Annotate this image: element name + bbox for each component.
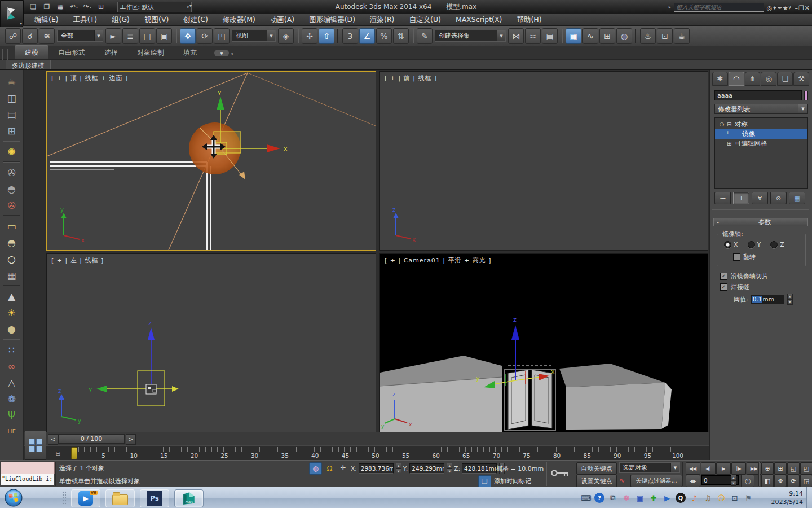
next-frame-step-button[interactable]: >: [126, 434, 136, 445]
material-editor-icon[interactable]: ◫: [2, 90, 21, 106]
transform-y-field[interactable]: 249.293mm: [409, 463, 444, 474]
viewport-camera-label[interactable]: [ + | Camera01 | 平滑 + 高光 ]: [385, 256, 492, 265]
toolbar-options-caret[interactable]: ▾: [189, 3, 192, 8]
tab-display[interactable]: ❏: [777, 72, 793, 86]
render-teapot-icon[interactable]: ☕: [2, 73, 21, 90]
viewport-front[interactable]: [ + | 前 | 线框 ] z x: [379, 71, 708, 251]
mirror-axis-z-radio[interactable]: Z: [770, 241, 784, 248]
time-tag-cube-icon[interactable]: ❒: [478, 475, 491, 488]
infocenter-caret-icon[interactable]: ▸: [669, 5, 671, 10]
menu-animation[interactable]: 动画(A): [263, 14, 302, 25]
search-icon[interactable]: ◎: [767, 5, 773, 12]
maxscript-mini-listener-pink[interactable]: [1, 462, 55, 474]
sphere-tan-icon[interactable]: ●: [2, 321, 21, 337]
move-gizmo[interactable]: z y: [89, 319, 179, 406]
tab-populate[interactable]: 填充: [174, 46, 206, 59]
remove-modifier-button[interactable]: ⊘: [770, 192, 787, 204]
menu-tools[interactable]: 工具(T): [66, 14, 104, 25]
menu-graph-editors[interactable]: 图形编辑器(D): [302, 14, 363, 25]
workspace-dropdown[interactable]: 工作区: 默认 ▾: [117, 2, 192, 12]
taskbar-3dsmax-button[interactable]: max: [174, 489, 204, 507]
menu-group[interactable]: 组(G): [104, 14, 137, 25]
rollout-collapse-icon[interactable]: -: [714, 218, 722, 226]
plane-primitive-icon[interactable]: ▭: [2, 218, 21, 234]
unlink-selection-button[interactable]: ☌: [22, 28, 38, 44]
stack-row-editable-mesh[interactable]: ⊞可编辑网格: [715, 139, 807, 148]
next-frame-button[interactable]: |▶: [731, 462, 746, 475]
named-selection-dropdown[interactable]: 创建选择集▼: [435, 30, 506, 42]
mirror-button[interactable]: ⋈: [508, 28, 524, 44]
viewport-top-label[interactable]: [ + | 顶 | 线框 + 边面 ]: [51, 74, 128, 82]
undo-button[interactable]: ↶▾: [68, 1, 80, 12]
tab-modeling[interactable]: 建模: [15, 45, 48, 59]
tab-modify[interactable]: ◠: [729, 72, 744, 86]
show-desktop-button[interactable]: [806, 487, 812, 508]
modifier-list-dropdown[interactable]: 修改器列表 ▼: [714, 104, 808, 114]
viewport-front-label[interactable]: [ + | 前 | 线框 ]: [385, 74, 437, 82]
tray-face-icon[interactable]: ☺: [716, 493, 726, 503]
schematic-view-button[interactable]: ⊞: [599, 28, 615, 44]
stack-row-symmetry[interactable]: ❍⊟对称: [715, 120, 807, 129]
frame-spinner[interactable]: ▲▼: [731, 475, 736, 486]
material-editor-button[interactable]: ◍: [616, 28, 632, 44]
select-and-manipulate-button[interactable]: ✢: [302, 28, 317, 44]
key-mode-toggle-button[interactable]: ◀▶: [686, 475, 700, 487]
object-name-field[interactable]: [714, 90, 802, 100]
layer-manager-button[interactable]: ▤: [542, 28, 558, 44]
track-bar-toggle-button[interactable]: ⊟: [51, 448, 65, 459]
edit-named-selections-button[interactable]: ✎: [417, 28, 433, 44]
tray-qq-icon[interactable]: Q: [676, 493, 686, 503]
use-pivot-center-button[interactable]: ◈: [278, 28, 294, 44]
molecule-icon[interactable]: ∞: [2, 358, 21, 374]
configure-modifier-sets-button[interactable]: ▦: [789, 192, 805, 204]
camera-gray-icon[interactable]: ✇: [2, 164, 21, 181]
transform-x-spinner[interactable]: ▲▼: [396, 463, 401, 474]
cone-primitive-icon[interactable]: ▲: [2, 288, 21, 304]
tray-volume-warm-icon[interactable]: ♪: [689, 493, 699, 503]
select-and-scale-button[interactable]: ◳: [214, 28, 230, 44]
camera-red-icon[interactable]: ✇: [2, 197, 21, 213]
key-filters-button[interactable]: 关键点过滤器...: [630, 475, 682, 487]
zoom-all-button[interactable]: ⊞: [774, 462, 787, 475]
time-ruler[interactable]: ⊟ 51015202530354045505560657075808590951…: [24, 445, 709, 461]
keyboard-override-button[interactable]: ⇧: [319, 28, 334, 44]
restore-button[interactable]: ❐: [798, 5, 804, 12]
flower-blue-icon[interactable]: ❁: [2, 391, 21, 407]
zoom-button[interactable]: ⊕: [761, 462, 774, 475]
threshold-spinner[interactable]: ▲▼: [787, 294, 793, 305]
transform-z-field[interactable]: 428.181mm: [462, 463, 497, 474]
add-time-tag-button[interactable]: 添加时间标记: [494, 477, 531, 485]
camera-viewport-canvas[interactable]: z y x z y x: [380, 254, 708, 432]
tray-antivirus-icon[interactable]: ✚: [648, 493, 659, 503]
angle-snap-button[interactable]: ∠: [359, 28, 375, 44]
sun-light-icon[interactable]: ☀: [2, 304, 21, 321]
transform-x-field[interactable]: 2983.736mm: [359, 463, 394, 474]
ribbon-minimize-button[interactable]: ▼: [214, 50, 229, 56]
tab-freeform[interactable]: 自由形式: [48, 46, 95, 59]
reference-coordinate-dropdown[interactable]: 视图▼: [232, 30, 276, 42]
save-file-button[interactable]: ▦: [54, 1, 67, 12]
threshold-field[interactable]: 0.1 mm: [751, 295, 784, 304]
snap-toggle-3d-button[interactable]: 3: [342, 28, 358, 44]
menu-edit[interactable]: 编辑(E): [27, 14, 66, 25]
object-color-swatch[interactable]: [804, 91, 808, 100]
left-viewport-canvas[interactable]: z y z y: [47, 254, 376, 432]
stack-row-mirror[interactable]: └┄镜像: [715, 129, 807, 139]
isolate-selection-button[interactable]: ◍: [309, 462, 322, 475]
tray-help-icon[interactable]: ?: [594, 493, 604, 503]
go-to-start-button[interactable]: ◀◀: [686, 462, 700, 475]
current-frame-field[interactable]: 0 ▲▼: [701, 475, 739, 485]
particle-array-icon[interactable]: ∷: [2, 341, 21, 358]
pin-stack-button[interactable]: ⊶: [714, 192, 731, 204]
make-unique-button[interactable]: ∀: [752, 192, 768, 204]
menu-maxscript[interactable]: MAXScript(X): [448, 14, 509, 25]
previous-frame-button[interactable]: ◀|: [701, 462, 716, 475]
window-crossing-button[interactable]: ▣: [156, 28, 172, 44]
bind-to-space-warp-button[interactable]: ≋: [39, 28, 55, 44]
spinner-snap-button[interactable]: ⇅: [393, 28, 409, 44]
open-file-button[interactable]: ❐: [41, 1, 53, 12]
project-folder-button[interactable]: ⊞: [95, 1, 107, 12]
tab-motion[interactable]: ◎: [761, 72, 776, 86]
select-and-move-button[interactable]: ✥: [180, 28, 196, 44]
viewport-camera[interactable]: [ + | Camera01 | 平滑 + 高光 ] z: [379, 253, 708, 432]
